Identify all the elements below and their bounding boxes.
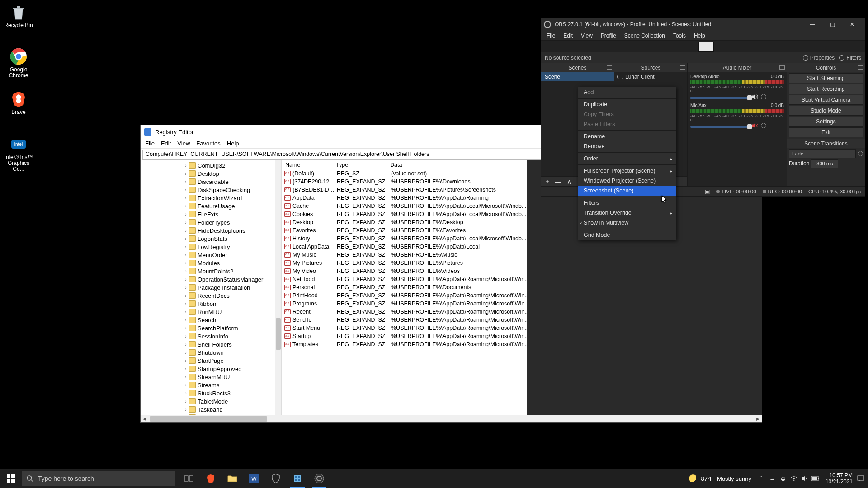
studio-mode-button[interactable]: Studio Mode [789, 106, 863, 116]
tree-item[interactable]: ›FileExts [141, 210, 275, 218]
tree-item[interactable]: ›FeatureUsage [141, 202, 275, 210]
gear-icon[interactable] [761, 123, 766, 128]
tree-item[interactable]: ›Shell Folders [141, 340, 275, 348]
taskbar-app-obs[interactable] [308, 469, 330, 488]
scene-item[interactable]: Scene [541, 72, 614, 81]
volume-slider[interactable] [690, 126, 749, 128]
ctx-fullscreen-projector[interactable]: Fullscreen Projector (Scene) [578, 166, 676, 176]
popout-icon[interactable] [607, 65, 612, 70]
tree-item[interactable]: ›Desktop [141, 169, 275, 178]
ctx-grid-mode[interactable]: Grid Mode [578, 230, 676, 240]
ctx-duplicate[interactable]: Duplicate [578, 99, 676, 109]
popout-icon[interactable] [858, 65, 863, 70]
tree-item[interactable]: ›StartupApproved [141, 365, 275, 373]
tree-item[interactable]: ›SearchPlatform [141, 324, 275, 332]
tree-item[interactable]: ›TabletMode [141, 397, 275, 405]
scroll-right-button[interactable]: ▶ [754, 415, 762, 422]
ctx-transition-override[interactable]: Transition Override [578, 208, 676, 218]
tree-item[interactable]: ›SessionInfo [141, 332, 275, 340]
desktop-icon-chrome[interactable]: Google Chrome [3, 47, 34, 79]
popout-icon[interactable] [858, 141, 863, 145]
tree-item[interactable]: ›StartPage [141, 357, 275, 365]
taskbar-app-regedit[interactable] [287, 469, 308, 488]
tree-item[interactable]: ›StuckRects3 [141, 389, 275, 397]
tree-item[interactable]: ›FolderTypes [141, 218, 275, 226]
menu-view[interactable]: View [577, 32, 596, 40]
tree-item[interactable]: ›Package Installation [141, 283, 275, 291]
regedit-tree[interactable]: ›ComDlg32›Desktop›Discardable›DiskSpaceC… [141, 160, 282, 415]
tree-item[interactable]: ›RunMRU [141, 308, 275, 316]
tree-item[interactable]: ›Search [141, 316, 275, 324]
tree-item[interactable]: ›Streams [141, 381, 275, 389]
col-name[interactable]: Name [282, 162, 336, 168]
dock-icon[interactable]: ▣ [705, 188, 710, 195]
tray-location-icon[interactable]: ◒ [778, 472, 788, 485]
source-item[interactable]: Lunar Client [614, 72, 687, 81]
task-view-button[interactable] [178, 469, 200, 488]
menu-help[interactable]: Help [224, 139, 242, 148]
tray-onedrive-icon[interactable]: ☁ [768, 472, 777, 485]
tree-item[interactable]: ›Shutdown [141, 348, 275, 357]
menu-profile[interactable]: Profile [597, 32, 620, 40]
menu-tools[interactable]: Tools [670, 32, 689, 40]
tree-item[interactable]: ›Ribbon [141, 300, 275, 308]
col-type[interactable]: Type [336, 162, 390, 168]
tree-item[interactable]: ›Taskband [141, 405, 275, 413]
tree-item[interactable]: ›Discardable [141, 178, 275, 186]
speaker-icon[interactable] [752, 94, 758, 99]
tree-item[interactable]: ›RecentDocs [141, 291, 275, 300]
start-recording-button[interactable]: Start Recording [789, 84, 863, 94]
scene-up-button[interactable]: ∧ [566, 178, 573, 185]
scrollbar-thumb[interactable] [150, 416, 267, 422]
tray-battery-icon[interactable] [811, 472, 820, 485]
tree-item[interactable]: ›HideDesktopIcons [141, 226, 275, 235]
slider-knob[interactable] [747, 95, 752, 100]
obs-titlebar[interactable]: OBS 27.0.1 (64-bit, windows) - Profile: … [541, 18, 865, 31]
desktop-icon-brave[interactable]: Brave [3, 89, 34, 115]
scroll-left-button[interactable]: ◀ [141, 415, 148, 422]
visibility-icon[interactable] [617, 75, 623, 79]
tree-item[interactable]: ›DiskSpaceChecking [141, 186, 275, 194]
tree-item[interactable]: ›StreamMRU [141, 373, 275, 381]
start-button[interactable] [0, 469, 22, 488]
weather-widget[interactable]: 87°F Mostly sunny [689, 474, 751, 483]
desktop-icon-intel-iris[interactable]: intel Intel® Iris™ Graphics Co... [3, 135, 34, 172]
add-scene-button[interactable]: ＋ [544, 178, 551, 185]
obs-preview-area[interactable] [541, 41, 865, 52]
tray-network-icon[interactable] [789, 472, 798, 485]
start-streaming-button[interactable]: Start Streaming [789, 73, 863, 83]
menu-file[interactable]: File [142, 139, 157, 148]
transition-select[interactable]: Fade [789, 149, 856, 158]
hscrollbar[interactable]: ◀ ▶ [141, 415, 762, 422]
taskbar-app-word[interactable]: W [243, 469, 265, 488]
duration-input[interactable]: 300 ms [811, 159, 838, 168]
tree-item[interactable]: ›ExtractionWizard [141, 194, 275, 202]
volume-slider[interactable] [690, 97, 749, 99]
tree-item[interactable]: ›ComDlg32 [141, 161, 275, 169]
ctx-order[interactable]: Order [578, 154, 676, 164]
tray-chevron-up-icon[interactable]: ˄ [757, 472, 766, 485]
taskbar-app-security[interactable] [265, 469, 287, 488]
ctx-filters[interactable]: Filters [578, 198, 676, 208]
popout-icon[interactable] [680, 65, 685, 70]
speaker-muted-icon[interactable] [752, 123, 758, 128]
tree-item[interactable]: ›MenuOrder [141, 251, 275, 259]
tree-item[interactable]: ›LogonStats [141, 235, 275, 243]
tree-scrollbar[interactable] [275, 160, 281, 415]
tree-item[interactable]: ›OperationStatusManager [141, 275, 275, 283]
gear-icon[interactable] [761, 94, 766, 99]
taskbar-search[interactable]: Type here to search [22, 471, 175, 486]
tray-volume-icon[interactable] [800, 472, 809, 485]
tree-item[interactable]: ›MountPoints2 [141, 267, 275, 275]
menu-scene-collection[interactable]: Scene Collection [621, 32, 669, 40]
ctx-screenshot-scene[interactable]: Screenshot (Scene) [578, 186, 676, 196]
scrollbar-thumb[interactable] [276, 318, 281, 350]
slider-knob[interactable] [747, 124, 752, 129]
start-virtual-camera-button[interactable]: Start Virtual Camera [789, 95, 863, 105]
tree-item[interactable]: ›LowRegistry [141, 243, 275, 251]
ctx-remove[interactable]: Remove [578, 141, 676, 151]
regedit-value-list[interactable]: Name Type Data (Default)REG_SZ(value not… [282, 160, 762, 415]
maximize-button[interactable]: ▢ [822, 19, 842, 30]
exit-button[interactable]: Exit [789, 127, 863, 137]
taskbar-app-brave[interactable] [200, 469, 222, 488]
